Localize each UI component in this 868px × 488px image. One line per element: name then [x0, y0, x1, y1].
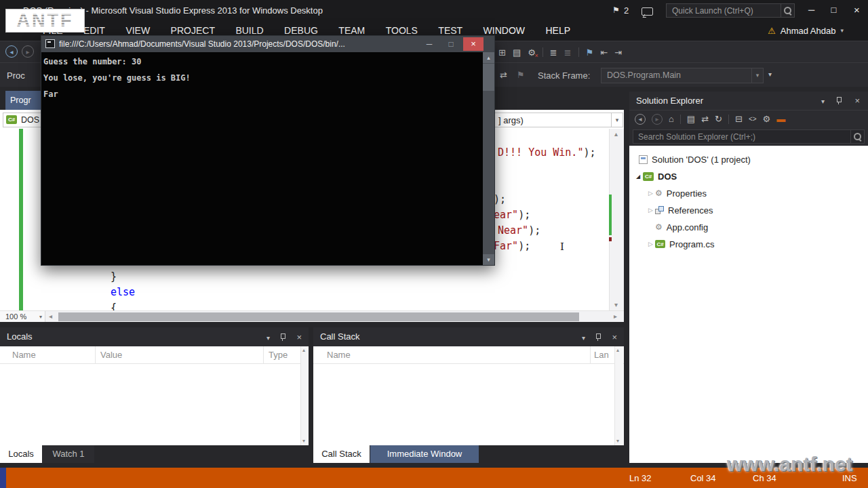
- notification-count[interactable]: 2: [624, 5, 629, 16]
- console-minimize-button[interactable]: ─: [420, 37, 439, 51]
- maximize-button[interactable]: □: [823, 0, 845, 20]
- list-members-icon[interactable]: ≣: [550, 48, 557, 57]
- close-icon[interactable]: ×: [612, 332, 617, 342]
- tab-watch-1[interactable]: Watch 1: [43, 445, 94, 463]
- locals-panel: Locals ▾ × Name Value Type ▴ ▾ Locals Wa…: [0, 327, 309, 463]
- flag-threads-icon[interactable]: ⚑: [517, 70, 525, 79]
- minimize-button[interactable]: ─: [800, 0, 823, 20]
- navigate-forward-icon[interactable]: ▸: [22, 45, 34, 58]
- solution-explorer-search-row: Search Solution Explorer (Ctrl+;): [629, 127, 868, 146]
- settings-wrench-icon[interactable]: ⚙×: [528, 48, 536, 57]
- scroll-up-icon[interactable]: ▴: [614, 131, 618, 138]
- console-scrollbar[interactable]: ▴ ▾: [483, 52, 494, 265]
- pin-icon[interactable]: [835, 96, 842, 105]
- collapsed-arrow-icon[interactable]: ▷: [648, 241, 655, 247]
- tree-item-properties[interactable]: ▷ ⚙ Properties: [629, 185, 868, 201]
- locals-scrollbar[interactable]: ▴ ▾: [300, 346, 309, 445]
- close-icon[interactable]: ×: [854, 96, 860, 106]
- scroll-down-icon[interactable]: ▾: [614, 302, 618, 308]
- collapse-all-icon[interactable]: ⊟: [735, 115, 743, 123]
- chevron-down-icon: ▾: [39, 314, 42, 320]
- preview-selected-items-icon[interactable]: ▬: [776, 115, 785, 123]
- windows-list-icon[interactable]: ⊞: [498, 48, 506, 57]
- locals-title-bar[interactable]: Locals ▾ ×: [0, 327, 309, 346]
- call-stack-title-bar[interactable]: Call Stack ▾ ×: [313, 327, 624, 346]
- tab-locals[interactable]: Locals: [0, 445, 42, 463]
- antf-logo: ANTF: [5, 9, 85, 33]
- call-stack-body[interactable]: [313, 364, 624, 445]
- stack-frame-value: DOS.Program.Main: [607, 70, 681, 80]
- scroll-up-icon[interactable]: ▴: [302, 348, 305, 353]
- editor-horizontal-scrollbar[interactable]: 100 % ▾ ◂ ▸: [0, 310, 624, 322]
- window-position-icon[interactable]: ▾: [267, 334, 270, 342]
- zoom-value: 100 %: [5, 312, 26, 321]
- tab-immediate-window[interactable]: Immediate Window: [370, 445, 479, 463]
- tree-item-solution[interactable]: Solution 'DOS' (1 project): [629, 151, 868, 167]
- tab-call-stack[interactable]: Call Stack: [313, 445, 370, 463]
- zoom-control[interactable]: 100 % ▾: [0, 311, 45, 322]
- pin-icon[interactable]: [595, 333, 601, 342]
- menu-help[interactable]: HELP: [536, 20, 579, 41]
- filter-icon[interactable]: ▤: [687, 115, 695, 123]
- locals-body[interactable]: [0, 364, 309, 445]
- quick-launch-input[interactable]: Quick Launch (Ctrl+Q): [666, 3, 795, 18]
- solution-explorer-title-bar[interactable]: Solution Explorer ▾ ×: [629, 92, 868, 110]
- prev-bookmark-icon[interactable]: ⇤: [600, 48, 608, 57]
- properties-icon[interactable]: ⚙: [763, 115, 771, 123]
- window-position-icon[interactable]: ▾: [582, 334, 585, 342]
- forward-icon[interactable]: ▸: [652, 114, 663, 125]
- chevron-down-icon: ▾: [751, 68, 763, 83]
- scroll-down-icon[interactable]: ▾: [302, 439, 305, 444]
- close-icon[interactable]: ×: [296, 332, 302, 342]
- tree-item-references[interactable]: ▷ References: [629, 202, 868, 218]
- feedback-bubble-icon[interactable]: [642, 7, 653, 16]
- collapsed-arrow-icon[interactable]: ▷: [648, 190, 655, 197]
- stack-frame-dropdown[interactable]: DOS.Program.Main ▾: [601, 68, 764, 83]
- toolbar-separator: [728, 115, 729, 124]
- notifications-flag-icon[interactable]: ⚑: [612, 6, 620, 14]
- solution-explorer-search-input[interactable]: Search Solution Explorer (Ctrl+;): [633, 129, 865, 144]
- user-name[interactable]: Ahmad Ahdab: [781, 26, 836, 36]
- window-position-icon[interactable]: ▾: [821, 98, 825, 105]
- scroll-left-icon[interactable]: ◂: [49, 313, 52, 320]
- back-icon[interactable]: ◂: [635, 114, 646, 125]
- scrollbar-thumb[interactable]: [483, 64, 494, 91]
- bookmark-icon[interactable]: ⚑: [586, 48, 594, 57]
- title-bar[interactable]: DOS (Running) - Microsoft Visual Studio …: [0, 0, 868, 20]
- tab-program-cs[interactable]: Progr: [5, 91, 41, 110]
- feedback-corner[interactable]: [0, 468, 6, 488]
- sync-with-active-document-icon[interactable]: ⇄: [701, 115, 709, 123]
- navigate-backward-icon[interactable]: ◂: [5, 45, 18, 58]
- properties-wrench-icon: ⚙: [655, 189, 663, 197]
- user-account-badge[interactable]: ⚠ Ahmad Ahdab ▾: [768, 20, 844, 41]
- csharp-project-icon: C#: [643, 172, 654, 181]
- scroll-down-icon[interactable]: ▾: [616, 439, 619, 444]
- scroll-up-icon[interactable]: ▴: [616, 348, 619, 353]
- console-close-button[interactable]: ×: [463, 37, 484, 51]
- view-code-icon[interactable]: <>: [749, 116, 757, 123]
- console-line: Far: [43, 89, 191, 98]
- show-threads-in-source-icon[interactable]: ⇄: [500, 70, 507, 79]
- tree-item-project-dos[interactable]: ◢ C# DOS: [629, 168, 868, 184]
- output-window-icon[interactable]: ▤: [513, 48, 521, 57]
- console-title-bar[interactable]: file:///C:/Users/Ahmad/Documents/Visual …: [41, 36, 494, 52]
- close-button[interactable]: ×: [846, 0, 868, 20]
- call-stack-scrollbar[interactable]: ▴ ▾: [614, 346, 623, 445]
- next-bookmark-icon[interactable]: ⇥: [614, 48, 622, 57]
- tree-item-program-cs[interactable]: ▷ C# Program.cs: [629, 236, 868, 252]
- refresh-icon[interactable]: ↻: [715, 115, 722, 123]
- console-maximize-button[interactable]: □: [441, 37, 460, 51]
- collapsed-arrow-icon[interactable]: ▷: [648, 207, 655, 214]
- home-icon[interactable]: ⌂: [669, 115, 674, 123]
- parameter-info-icon[interactable]: ≣: [564, 48, 572, 57]
- scrollbar-thumb[interactable]: [58, 312, 579, 321]
- tree-item-app-config[interactable]: ⚙ App.config: [629, 219, 868, 235]
- console-line: Guess the number: 30: [43, 57, 191, 65]
- console-window[interactable]: file:///C:/Users/Ahmad/Documents/Visual …: [41, 35, 495, 266]
- pin-icon[interactable]: [279, 333, 286, 342]
- expanded-arrow-icon[interactable]: ◢: [636, 174, 643, 180]
- scroll-up-icon[interactable]: ▴: [483, 52, 494, 63]
- scroll-right-icon[interactable]: ▸: [614, 313, 617, 320]
- toolbar-overflow-icon[interactable]: ▾: [768, 71, 772, 78]
- scroll-down-icon[interactable]: ▾: [483, 254, 494, 265]
